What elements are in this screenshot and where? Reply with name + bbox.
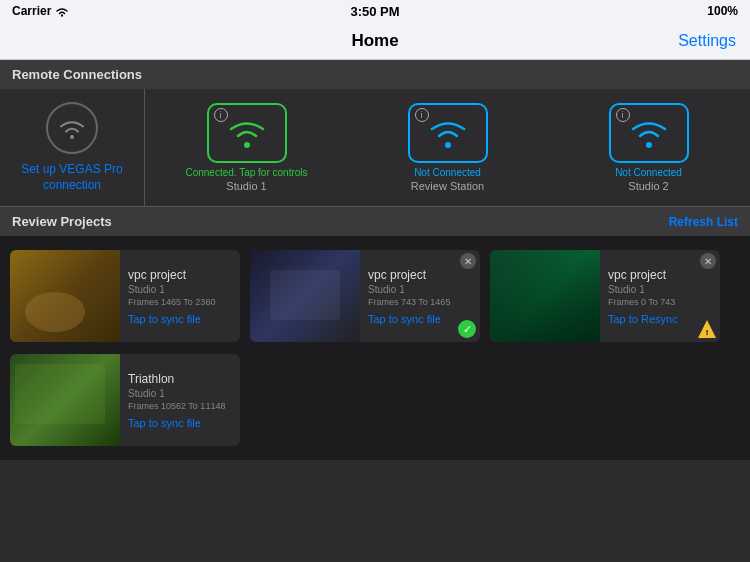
project-frames-4: Frames 10562 To 11148 (128, 401, 225, 411)
refresh-list-button[interactable]: Refresh List (669, 215, 738, 229)
wifi-notconnected-icon-review (428, 118, 468, 148)
projects-row-2: Triathlon Studio 1 Frames 10562 To 11148… (10, 354, 740, 446)
project-thumbnail-2 (250, 250, 360, 342)
project-name-1: vpc project (128, 268, 215, 282)
connection-tile-review[interactable]: i Not Connected Review Station (350, 97, 545, 198)
project-action-3[interactable]: Tap to Resync (608, 313, 678, 325)
svg-point-3 (445, 142, 451, 148)
status-bar-left: Carrier (12, 4, 69, 18)
project-studio-3: Studio 1 (608, 284, 678, 295)
project-info-3: vpc project Studio 1 Frames 0 To 743 Tap… (600, 250, 686, 342)
project-name-2: vpc project (368, 268, 450, 282)
projects-row-1: vpc project Studio 1 Frames 1465 To 2360… (10, 250, 740, 342)
battery-label: 100% (707, 4, 738, 18)
status-bar-right: 100% (707, 4, 738, 18)
carrier-label: Carrier (12, 4, 51, 18)
tile-label-review: Review Station (411, 180, 484, 192)
tile-label-studio2: Studio 2 (628, 180, 668, 192)
svg-point-1 (70, 135, 74, 139)
svg-point-2 (244, 142, 250, 148)
info-icon-studio2: i (616, 108, 630, 122)
wifi-status-icon (55, 6, 69, 17)
project-name-4: Triathlon (128, 372, 225, 386)
nav-bar: Home Settings (0, 22, 750, 60)
status-time: 3:50 PM (350, 4, 399, 19)
project-card-3[interactable]: vpc project Studio 1 Frames 0 To 743 Tap… (490, 250, 720, 342)
projects-grid: vpc project Studio 1 Frames 1465 To 2360… (0, 236, 750, 460)
project-action-1[interactable]: Tap to sync file (128, 313, 215, 325)
card-close-3[interactable]: ✕ (700, 253, 716, 269)
project-card-4[interactable]: Triathlon Studio 1 Frames 10562 To 11148… (10, 354, 240, 446)
wifi-icon (57, 116, 87, 140)
wifi-connected-icon (227, 118, 267, 148)
tile-icon-studio1: i (207, 103, 287, 163)
connection-tile-studio2[interactable]: i Not Connected Studio 2 (551, 97, 746, 198)
project-frames-1: Frames 1465 To 2360 (128, 297, 215, 307)
content-area: Remote Connections Set up VEGAS Pro conn… (0, 60, 750, 562)
settings-button[interactable]: Settings (678, 32, 736, 50)
project-card-2[interactable]: vpc project Studio 1 Frames 743 To 1465 … (250, 250, 480, 342)
project-frames-2: Frames 743 To 1465 (368, 297, 450, 307)
svg-point-4 (646, 142, 652, 148)
project-info-4: Triathlon Studio 1 Frames 10562 To 11148… (120, 354, 233, 446)
svg-point-0 (61, 14, 63, 16)
info-icon-review: i (415, 108, 429, 122)
tile-icon-studio2: i (609, 103, 689, 163)
tile-icon-review: i (408, 103, 488, 163)
card-check-2: ✓ (458, 320, 476, 338)
connection-tile-studio1[interactable]: i Connected. Tap for controls Studio 1 (149, 97, 344, 198)
info-icon-studio1: i (214, 108, 228, 122)
project-card-1[interactable]: vpc project Studio 1 Frames 1465 To 2360… (10, 250, 240, 342)
card-warn-3: ! (698, 320, 716, 338)
setup-area[interactable]: Set up VEGAS Pro connection (0, 89, 145, 206)
setup-label[interactable]: Set up VEGAS Pro connection (8, 162, 136, 193)
tile-status-studio1: Connected. Tap for controls (185, 167, 307, 178)
nav-title: Home (351, 31, 398, 51)
project-frames-3: Frames 0 To 743 (608, 297, 678, 307)
review-projects-label: Review Projects (12, 214, 112, 229)
project-studio-2: Studio 1 (368, 284, 450, 295)
project-studio-4: Studio 1 (128, 388, 225, 399)
project-info-2: vpc project Studio 1 Frames 743 To 1465 … (360, 250, 458, 342)
tile-status-review: Not Connected (414, 167, 481, 178)
wifi-notconnected-icon-studio2 (629, 118, 669, 148)
project-thumbnail-3 (490, 250, 600, 342)
review-projects-header: Review Projects Refresh List (0, 207, 750, 236)
project-action-2[interactable]: Tap to sync file (368, 313, 450, 325)
tile-label-studio1: Studio 1 (226, 180, 266, 192)
tile-status-studio2: Not Connected (615, 167, 682, 178)
remote-connections-body: Set up VEGAS Pro connection i Connected.… (0, 89, 750, 207)
card-close-2[interactable]: ✕ (460, 253, 476, 269)
connection-tiles: i Connected. Tap for controls Studio 1 i (145, 89, 750, 206)
status-bar: Carrier 3:50 PM 100% (0, 0, 750, 22)
project-action-4[interactable]: Tap to sync file (128, 417, 225, 429)
project-name-3: vpc project (608, 268, 678, 282)
wifi-setup-icon (46, 102, 98, 154)
project-info-1: vpc project Studio 1 Frames 1465 To 2360… (120, 250, 223, 342)
remote-connections-header: Remote Connections (0, 60, 750, 89)
project-studio-1: Studio 1 (128, 284, 215, 295)
project-thumbnail-4 (10, 354, 120, 446)
project-thumbnail-1 (10, 250, 120, 342)
